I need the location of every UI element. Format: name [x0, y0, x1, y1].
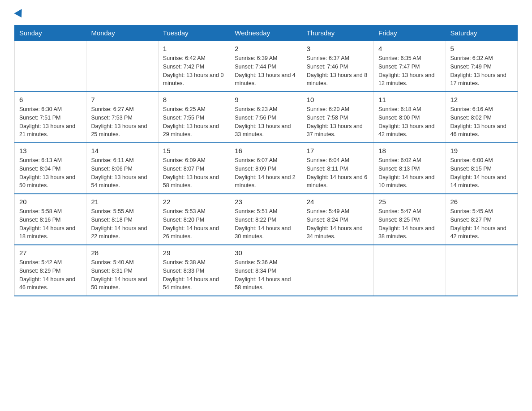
day-info: Sunrise: 5:51 AMSunset: 8:22 PMDaylight:… [235, 207, 297, 241]
calendar-cell: 19Sunrise: 6:00 AMSunset: 8:15 PMDayligh… [446, 143, 517, 194]
calendar-week-row-2: 13Sunrise: 6:13 AMSunset: 8:04 PMDayligh… [15, 143, 518, 194]
day-info: Sunrise: 6:27 AMSunset: 7:53 PMDaylight:… [91, 105, 153, 139]
day-info: Sunrise: 6:09 AMSunset: 8:07 PMDaylight:… [163, 156, 225, 190]
day-info: Sunrise: 6:23 AMSunset: 7:56 PMDaylight:… [235, 105, 297, 139]
calendar-cell: 28Sunrise: 5:40 AMSunset: 8:31 PMDayligh… [86, 245, 158, 296]
page-header [14, 11, 518, 18]
day-info: Sunrise: 5:38 AMSunset: 8:33 PMDaylight:… [163, 258, 225, 292]
calendar-header-sunday: Sunday [15, 26, 86, 41]
calendar-header-monday: Monday [86, 26, 158, 41]
day-info: Sunrise: 6:35 AMSunset: 7:47 PMDaylight:… [378, 54, 441, 88]
day-number: 6 [19, 96, 82, 103]
logo-blue-text [14, 13, 24, 18]
calendar-header-row: SundayMondayTuesdayWednesdayThursdayFrid… [15, 26, 518, 41]
calendar-cell: 21Sunrise: 5:55 AMSunset: 8:18 PMDayligh… [86, 194, 158, 245]
calendar-cell: 15Sunrise: 6:09 AMSunset: 8:07 PMDayligh… [158, 143, 230, 194]
calendar-cell: 2Sunrise: 6:39 AMSunset: 7:44 PMDaylight… [230, 41, 302, 92]
calendar-cell: 10Sunrise: 6:20 AMSunset: 7:58 PMDayligh… [302, 92, 373, 143]
calendar-cell: 26Sunrise: 5:45 AMSunset: 8:27 PMDayligh… [446, 194, 517, 245]
calendar-cell: 22Sunrise: 5:53 AMSunset: 8:20 PMDayligh… [158, 194, 230, 245]
day-info: Sunrise: 5:36 AMSunset: 8:34 PMDaylight:… [235, 258, 297, 292]
calendar-cell: 1Sunrise: 6:42 AMSunset: 7:42 PMDaylight… [158, 41, 230, 92]
calendar-cell [374, 245, 446, 296]
calendar-cell: 20Sunrise: 5:58 AMSunset: 8:16 PMDayligh… [15, 194, 86, 245]
calendar-header-saturday: Saturday [446, 26, 517, 41]
day-number: 25 [378, 198, 441, 206]
day-number: 30 [235, 249, 297, 257]
calendar-cell [15, 41, 86, 92]
day-info: Sunrise: 5:42 AMSunset: 8:29 PMDaylight:… [19, 258, 82, 292]
day-number: 8 [163, 96, 225, 103]
calendar-cell: 11Sunrise: 6:18 AMSunset: 8:00 PMDayligh… [374, 92, 446, 143]
day-info: Sunrise: 5:40 AMSunset: 8:31 PMDaylight:… [91, 258, 153, 292]
day-info: Sunrise: 6:18 AMSunset: 8:00 PMDaylight:… [378, 105, 441, 139]
calendar-week-row-1: 6Sunrise: 6:30 AMSunset: 7:51 PMDaylight… [15, 92, 518, 143]
calendar-cell: 6Sunrise: 6:30 AMSunset: 7:51 PMDaylight… [15, 92, 86, 143]
logo-triangle-icon [14, 9, 25, 20]
calendar-cell [86, 41, 158, 92]
calendar-cell: 8Sunrise: 6:25 AMSunset: 7:55 PMDaylight… [158, 92, 230, 143]
day-number: 24 [307, 198, 369, 206]
day-info: Sunrise: 6:11 AMSunset: 8:06 PMDaylight:… [91, 156, 153, 190]
calendar-week-row-4: 27Sunrise: 5:42 AMSunset: 8:29 PMDayligh… [15, 245, 518, 296]
day-number: 21 [91, 198, 153, 206]
calendar-cell: 13Sunrise: 6:13 AMSunset: 8:04 PMDayligh… [15, 143, 86, 194]
calendar-header-wednesday: Wednesday [230, 26, 302, 41]
day-number: 19 [450, 147, 513, 154]
calendar-cell [446, 245, 517, 296]
calendar-header-thursday: Thursday [302, 26, 373, 41]
day-info: Sunrise: 5:58 AMSunset: 8:16 PMDaylight:… [19, 207, 82, 241]
calendar-header-friday: Friday [374, 26, 446, 41]
calendar-cell: 24Sunrise: 5:49 AMSunset: 8:24 PMDayligh… [302, 194, 373, 245]
day-info: Sunrise: 6:37 AMSunset: 7:46 PMDaylight:… [307, 54, 369, 88]
day-info: Sunrise: 5:45 AMSunset: 8:27 PMDaylight:… [450, 207, 513, 241]
day-number: 15 [163, 147, 225, 154]
calendar-cell: 4Sunrise: 6:35 AMSunset: 7:47 PMDaylight… [374, 41, 446, 92]
calendar-week-row-3: 20Sunrise: 5:58 AMSunset: 8:16 PMDayligh… [15, 194, 518, 245]
day-number: 26 [450, 198, 513, 206]
logo [14, 13, 24, 18]
day-number: 18 [378, 147, 441, 154]
day-number: 27 [19, 249, 82, 257]
calendar-cell: 25Sunrise: 5:47 AMSunset: 8:25 PMDayligh… [374, 194, 446, 245]
calendar-table: SundayMondayTuesdayWednesdayThursdayFrid… [14, 25, 518, 296]
calendar-cell: 9Sunrise: 6:23 AMSunset: 7:56 PMDaylight… [230, 92, 302, 143]
day-number: 29 [163, 249, 225, 257]
day-info: Sunrise: 6:16 AMSunset: 8:02 PMDaylight:… [450, 105, 513, 139]
calendar-cell: 5Sunrise: 6:32 AMSunset: 7:49 PMDaylight… [446, 41, 517, 92]
day-number: 4 [378, 45, 441, 52]
calendar-week-row-0: 1Sunrise: 6:42 AMSunset: 7:42 PMDaylight… [15, 41, 518, 92]
calendar-cell: 18Sunrise: 6:02 AMSunset: 8:13 PMDayligh… [374, 143, 446, 194]
day-info: Sunrise: 5:53 AMSunset: 8:20 PMDaylight:… [163, 207, 225, 241]
calendar-cell: 16Sunrise: 6:07 AMSunset: 8:09 PMDayligh… [230, 143, 302, 194]
day-number: 16 [235, 147, 297, 154]
calendar-cell: 29Sunrise: 5:38 AMSunset: 8:33 PMDayligh… [158, 245, 230, 296]
day-number: 10 [307, 96, 369, 103]
day-info: Sunrise: 6:32 AMSunset: 7:49 PMDaylight:… [450, 54, 513, 88]
day-info: Sunrise: 5:47 AMSunset: 8:25 PMDaylight:… [378, 207, 441, 241]
day-info: Sunrise: 5:55 AMSunset: 8:18 PMDaylight:… [91, 207, 153, 241]
day-number: 17 [307, 147, 369, 154]
day-number: 28 [91, 249, 153, 257]
day-info: Sunrise: 6:13 AMSunset: 8:04 PMDaylight:… [19, 156, 82, 190]
calendar-cell: 27Sunrise: 5:42 AMSunset: 8:29 PMDayligh… [15, 245, 86, 296]
day-number: 11 [378, 96, 441, 103]
calendar-cell: 12Sunrise: 6:16 AMSunset: 8:02 PMDayligh… [446, 92, 517, 143]
day-number: 20 [19, 198, 82, 206]
calendar-cell: 3Sunrise: 6:37 AMSunset: 7:46 PMDaylight… [302, 41, 373, 92]
day-info: Sunrise: 5:49 AMSunset: 8:24 PMDaylight:… [307, 207, 369, 241]
day-info: Sunrise: 6:00 AMSunset: 8:15 PMDaylight:… [450, 156, 513, 190]
day-info: Sunrise: 6:02 AMSunset: 8:13 PMDaylight:… [378, 156, 441, 190]
day-number: 1 [163, 45, 225, 52]
day-number: 9 [235, 96, 297, 103]
calendar-cell: 30Sunrise: 5:36 AMSunset: 8:34 PMDayligh… [230, 245, 302, 296]
calendar-cell: 14Sunrise: 6:11 AMSunset: 8:06 PMDayligh… [86, 143, 158, 194]
day-number: 22 [163, 198, 225, 206]
day-number: 23 [235, 198, 297, 206]
day-info: Sunrise: 6:39 AMSunset: 7:44 PMDaylight:… [235, 54, 297, 88]
calendar-cell: 17Sunrise: 6:04 AMSunset: 8:11 PMDayligh… [302, 143, 373, 194]
day-info: Sunrise: 6:07 AMSunset: 8:09 PMDaylight:… [235, 156, 297, 190]
day-number: 5 [450, 45, 513, 52]
day-number: 14 [91, 147, 153, 154]
calendar-header-tuesday: Tuesday [158, 26, 230, 41]
